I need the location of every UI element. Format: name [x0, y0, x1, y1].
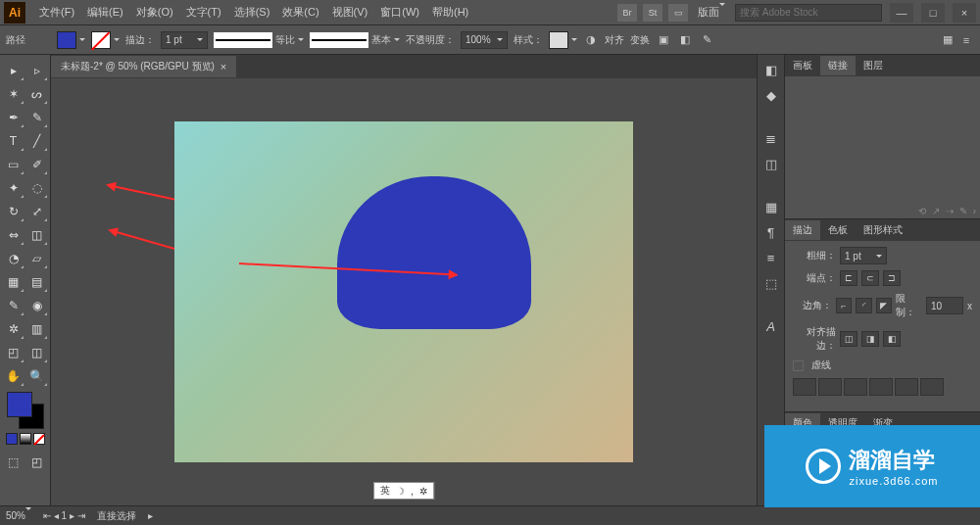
- status-nav-next[interactable]: ▸: [148, 510, 153, 521]
- tool-perspective[interactable]: ▱: [26, 248, 48, 269]
- change-screen[interactable]: ◰: [26, 452, 48, 473]
- shape-blob[interactable]: [337, 176, 531, 329]
- tool-zoom[interactable]: 🔍: [26, 365, 48, 387]
- links-goto-icon[interactable]: ↗: [932, 206, 940, 216]
- menu-view[interactable]: 视图(V): [326, 2, 374, 23]
- menu-help[interactable]: 帮助(H): [426, 2, 474, 23]
- tool-scale[interactable]: ⤢: [26, 201, 48, 222]
- join-bevel[interactable]: ◤: [876, 298, 892, 313]
- tool-free-transform[interactable]: ◫: [26, 224, 48, 246]
- tool-width[interactable]: ⇔: [3, 224, 24, 246]
- menu-type[interactable]: 文字(T): [180, 2, 227, 23]
- cap-projecting[interactable]: ⊐: [883, 270, 901, 286]
- ime-gear-icon[interactable]: ✲: [419, 486, 427, 497]
- links-relink-icon[interactable]: ⟲: [918, 206, 926, 216]
- zoom-level[interactable]: 50%: [6, 510, 31, 521]
- tool-shaper[interactable]: ✦: [3, 177, 24, 199]
- tool-paintbrush[interactable]: ✐: [26, 154, 48, 175]
- arrange-icon[interactable]: ▭: [668, 4, 688, 22]
- tab-layers[interactable]: 图层: [856, 56, 891, 75]
- mode-gradient[interactable]: [20, 433, 31, 445]
- menu-select[interactable]: 选择(S): [228, 2, 276, 23]
- join-round[interactable]: ◜: [856, 298, 871, 313]
- properties-icon[interactable]: ◧: [762, 61, 780, 78]
- recolor-icon[interactable]: ◑: [583, 32, 599, 48]
- dashed-checkbox[interactable]: [793, 360, 804, 371]
- tool-shape-builder[interactable]: ◔: [3, 248, 24, 269]
- panel-toggle-icon[interactable]: ▦: [940, 32, 956, 48]
- tool-symbol-sprayer[interactable]: ✲: [3, 318, 24, 340]
- swatches-icon[interactable]: ▦: [762, 198, 780, 215]
- tool-direct-select[interactable]: ▹: [26, 60, 48, 81]
- tool-blend[interactable]: ◉: [26, 295, 48, 316]
- tab-close-icon[interactable]: ×: [220, 61, 226, 72]
- stroke-weight-input[interactable]: 1 pt: [161, 31, 208, 49]
- miter-limit-input[interactable]: [926, 297, 963, 314]
- brushes-icon[interactable]: ≣: [762, 129, 780, 147]
- tool-column-graph[interactable]: ▥: [26, 318, 48, 340]
- bridge-icon[interactable]: Br: [617, 4, 637, 22]
- fill-stroke-preview[interactable]: [7, 392, 44, 429]
- artboard[interactable]: [174, 121, 633, 462]
- dash-1[interactable]: [793, 378, 816, 396]
- tool-slice[interactable]: ◫: [26, 342, 48, 363]
- menu-window[interactable]: 窗口(W): [374, 2, 425, 23]
- tool-mesh[interactable]: ▦: [3, 271, 24, 293]
- stroke-weight-field[interactable]: 1 pt: [840, 247, 887, 264]
- char-icon[interactable]: ¶: [762, 223, 780, 241]
- links-expand-icon[interactable]: ›: [973, 206, 976, 216]
- ime-lang[interactable]: 英: [380, 484, 390, 498]
- tab-swatches[interactable]: 色板: [820, 220, 856, 240]
- search-input[interactable]: [735, 4, 882, 22]
- gap-1[interactable]: [818, 378, 842, 396]
- stroke-label[interactable]: 描边：: [125, 33, 155, 47]
- dash-3[interactable]: [895, 378, 918, 396]
- isolate-icon[interactable]: ▣: [656, 32, 671, 48]
- tool-hand[interactable]: ✋: [3, 365, 24, 387]
- tool-eyedropper[interactable]: ✎: [3, 295, 24, 316]
- ime-moon-icon[interactable]: ☽: [396, 486, 405, 497]
- fill-fg-swatch[interactable]: [7, 392, 32, 417]
- tool-rotate[interactable]: ↻: [3, 201, 24, 222]
- tool-line[interactable]: ╱: [26, 130, 48, 152]
- links-update-icon[interactable]: ⇢: [946, 206, 954, 216]
- tool-artboard[interactable]: ◰: [3, 342, 24, 363]
- chevron-down-icon[interactable]: [79, 38, 85, 41]
- tool-selection[interactable]: ▸: [3, 60, 24, 81]
- edit-icon[interactable]: ✎: [699, 32, 714, 48]
- tab-stroke[interactable]: 描边: [785, 220, 820, 240]
- tab-links[interactable]: 链接: [820, 56, 856, 75]
- appearance-icon[interactable]: A: [762, 317, 780, 335]
- tool-magic-wand[interactable]: ✶: [3, 83, 24, 105]
- transform-link[interactable]: 变换: [630, 33, 650, 47]
- chevron-down-icon[interactable]: [298, 38, 304, 41]
- chevron-down-icon[interactable]: [571, 38, 577, 41]
- symbols-icon[interactable]: ◫: [762, 155, 780, 172]
- workspace-switcher[interactable]: 版面: [694, 5, 729, 20]
- tab-graphic-styles[interactable]: 图形样式: [856, 220, 910, 240]
- tool-pen[interactable]: ✒: [3, 107, 24, 128]
- align-link[interactable]: 对齐: [605, 33, 624, 47]
- tool-rectangle[interactable]: ▭: [3, 154, 24, 175]
- graphic-style[interactable]: [549, 31, 568, 49]
- tool-type[interactable]: T: [3, 130, 24, 152]
- mode-color[interactable]: [6, 433, 18, 445]
- minimize-button[interactable]: —: [890, 3, 913, 23]
- menu-effect[interactable]: 效果(C): [276, 2, 324, 23]
- tool-curvature[interactable]: ✎: [26, 107, 48, 128]
- gap-3[interactable]: [920, 378, 944, 396]
- cap-round[interactable]: ⊂: [861, 270, 879, 286]
- brush-definition[interactable]: [310, 32, 368, 48]
- libraries-icon[interactable]: ◆: [762, 86, 780, 104]
- menu-edit[interactable]: 编辑(E): [81, 2, 129, 23]
- panel-menu-icon[interactable]: ≡: [958, 32, 974, 48]
- pathfinder-icon[interactable]: ⬚: [762, 274, 780, 292]
- ime-toolbar[interactable]: 英 ☽ , ✲: [373, 482, 434, 500]
- menu-file[interactable]: 文件(F): [33, 2, 80, 23]
- align-center[interactable]: ◫: [840, 331, 858, 347]
- tool-lasso[interactable]: ᔕ: [26, 83, 48, 105]
- align-icon[interactable]: ≡: [762, 249, 780, 266]
- align-outside[interactable]: ◧: [883, 331, 901, 347]
- gap-2[interactable]: [869, 378, 893, 396]
- mode-none[interactable]: [33, 433, 45, 445]
